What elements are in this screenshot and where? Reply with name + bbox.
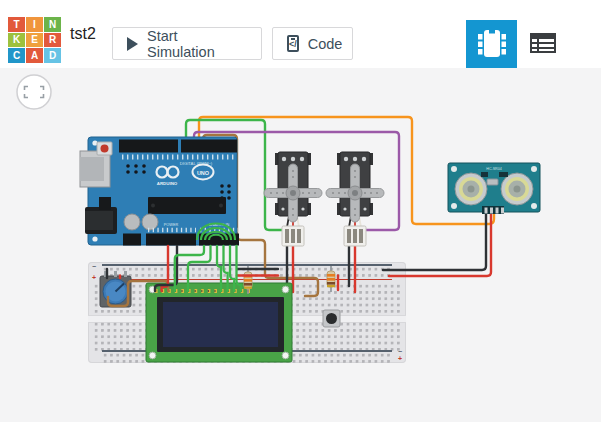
pushbutton[interactable] — [323, 310, 340, 327]
digital-header[interactable] — [181, 140, 237, 153]
lcd-screen — [163, 302, 278, 347]
wire-red-ultrasonic-power[interactable] — [389, 212, 491, 276]
power-header[interactable] — [146, 234, 196, 246]
arduino-uno[interactable]: DIGITAL (PWM~) ARDUINO UNO — [80, 137, 239, 246]
capacitor — [124, 214, 140, 230]
servo-motor-1[interactable] — [264, 152, 322, 246]
scene: DIGITAL (PWM~) ARDUINO UNO — [0, 68, 601, 422]
logo-tile: T — [8, 17, 25, 32]
servo-motor-2[interactable] — [326, 152, 384, 246]
lcd-16x2[interactable] — [146, 283, 292, 362]
logo-tile: R — [44, 33, 61, 48]
logo-tile: A — [26, 48, 43, 63]
start-simulation-label: Start Simulation — [147, 28, 247, 60]
logo-tile: N — [44, 17, 61, 32]
circuit-canvas[interactable]: − + − + — [0, 68, 601, 422]
arduino-model-text: UNO — [197, 170, 210, 176]
component-list-button[interactable] — [530, 33, 556, 53]
servo-horn[interactable] — [326, 164, 384, 222]
code-label: Code — [308, 36, 343, 52]
resistor-2[interactable] — [327, 266, 335, 292]
logo-tile: D — [44, 48, 61, 63]
top-bar: T I N K E R C A D tst2 Start Simulation … — [0, 0, 601, 69]
potentiometer[interactable] — [100, 271, 131, 307]
transducer-left — [455, 173, 487, 205]
play-icon — [127, 37, 138, 51]
components-panel-button[interactable] — [466, 20, 517, 68]
design-title[interactable]: tst2 — [70, 0, 96, 68]
digital-header[interactable] — [119, 140, 178, 153]
logo-tile: E — [26, 33, 43, 48]
code-button[interactable]: </ Code — [272, 27, 353, 60]
reset-button[interactable] — [101, 145, 109, 153]
logo-tile: C — [8, 48, 25, 63]
atmega-chip — [148, 197, 226, 214]
start-simulation-button[interactable]: Start Simulation — [112, 27, 262, 60]
tinkercad-circuits-app: T I N K E R C A D tst2 Start Simulation … — [0, 0, 601, 422]
logo-tile: I — [26, 17, 43, 32]
tinkercad-logo[interactable]: T I N K E R C A D — [8, 17, 61, 63]
component-list-icon — [530, 33, 556, 53]
chip-icon — [475, 26, 509, 62]
servo-horn[interactable] — [264, 164, 322, 222]
arduino-brand-text: ARDUINO — [157, 181, 178, 186]
transducer-right — [501, 173, 533, 205]
logo-tile: K — [8, 33, 25, 48]
power-label: POWER — [164, 223, 179, 227]
capacitor — [142, 214, 158, 230]
sensor-label: HC-SR04 — [486, 167, 501, 171]
code-icon: </ — [287, 35, 299, 52]
zoom-to-fit-button[interactable] — [17, 75, 51, 109]
ultrasonic-sensor[interactable]: HC-SR04 — [448, 163, 540, 214]
